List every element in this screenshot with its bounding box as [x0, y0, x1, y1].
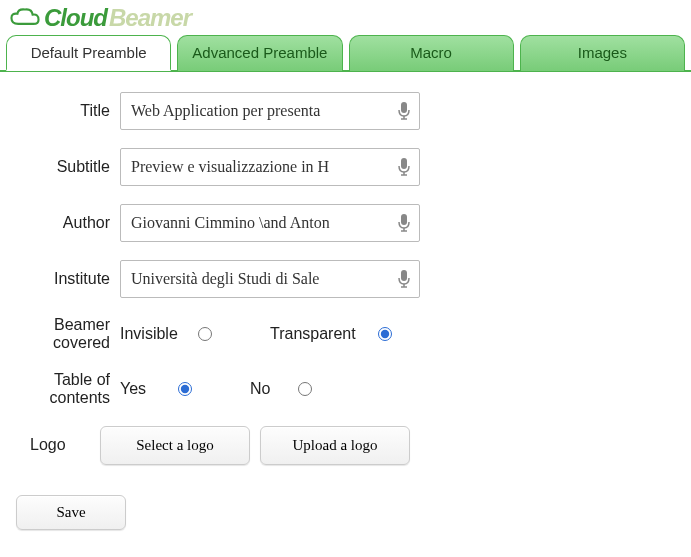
tab-default-preamble[interactable]: Default Preamble: [6, 35, 171, 71]
radio-label-transparent: Transparent: [270, 325, 370, 343]
mic-icon[interactable]: [396, 157, 412, 177]
radio-label-yes: Yes: [120, 380, 170, 398]
mic-icon[interactable]: [396, 269, 412, 289]
svg-rect-0: [401, 102, 407, 113]
radio-transparent[interactable]: [378, 327, 392, 341]
radio-label-no: No: [250, 380, 290, 398]
save-button[interactable]: Save: [16, 495, 126, 530]
upload-logo-button[interactable]: Upload a logo: [260, 426, 410, 465]
label-beamer-covered: Beamer covered: [30, 316, 120, 353]
input-institute[interactable]: [120, 260, 420, 298]
radio-label-invisible: Invisible: [120, 325, 190, 343]
mic-icon[interactable]: [396, 213, 412, 233]
label-logo: Logo: [30, 436, 100, 454]
input-title[interactable]: [120, 92, 420, 130]
app-logo: Cloud Beamer: [0, 0, 691, 34]
form-default-preamble: Title Subtitle Author Institute Beamer c…: [0, 72, 691, 557]
tab-images[interactable]: Images: [520, 35, 685, 71]
logo-text-cloud: Cloud: [44, 4, 107, 32]
label-author: Author: [30, 214, 120, 232]
label-institute: Institute: [30, 270, 120, 288]
tab-advanced-preamble[interactable]: Advanced Preamble: [177, 35, 342, 71]
input-subtitle[interactable]: [120, 148, 420, 186]
select-logo-button[interactable]: Select a logo: [100, 426, 250, 465]
input-author[interactable]: [120, 204, 420, 242]
svg-rect-3: [401, 158, 407, 169]
tab-macro[interactable]: Macro: [349, 35, 514, 71]
svg-rect-9: [401, 270, 407, 281]
cloud-icon: [8, 7, 42, 29]
label-toc: Table of contents: [30, 371, 120, 408]
label-title: Title: [30, 102, 120, 120]
logo-text-beamer: Beamer: [109, 4, 191, 32]
mic-icon[interactable]: [396, 101, 412, 121]
radio-toc-yes[interactable]: [178, 382, 192, 396]
label-subtitle: Subtitle: [30, 158, 120, 176]
radio-invisible[interactable]: [198, 327, 212, 341]
svg-rect-6: [401, 214, 407, 225]
radio-toc-no[interactable]: [298, 382, 312, 396]
tab-bar: Default Preamble Advanced Preamble Macro…: [0, 34, 691, 72]
